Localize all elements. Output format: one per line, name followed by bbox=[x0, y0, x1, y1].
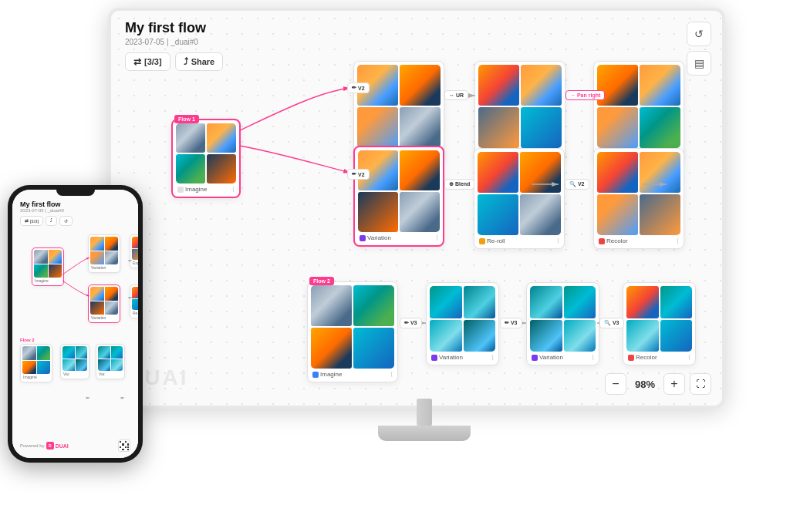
scene: My first flow 2023-07-05 | _duai#0 ⇄ [3/… bbox=[0, 0, 790, 532]
monitor-toolbar: ↺ ▤ bbox=[687, 22, 711, 76]
monitor-header: My first flow 2023-07-05 | _duai#0 ⇄ [3/… bbox=[125, 20, 223, 71]
share-icon: ⤴ bbox=[184, 56, 188, 67]
imagine-bot-node[interactable]: Imagine ⟨ bbox=[307, 281, 398, 382]
phone-source-node[interactable]: Imagine bbox=[32, 247, 64, 286]
monitor-stand-base bbox=[378, 426, 471, 441]
op-pan-right[interactable]: → Pan right bbox=[565, 90, 605, 100]
share-button[interactable]: ⤴ Share bbox=[175, 52, 224, 71]
phone-queue-btn[interactable]: ⇄ [3/3] bbox=[20, 216, 43, 226]
vary-node[interactable]: Recolor ⟨ bbox=[593, 148, 684, 249]
refresh-button[interactable]: ↺ bbox=[687, 22, 711, 46]
fullscreen-icon: ⛶ bbox=[696, 379, 705, 389]
phone-bottom-bar: Powered by D DUAI bbox=[12, 439, 138, 452]
op-v3-bot1[interactable]: ✏ V3 bbox=[400, 318, 422, 328]
phone-title: My first flow bbox=[20, 200, 73, 208]
phone-screen: My first flow 2023-07-05 | _duai#0 ⇄ [3/… bbox=[12, 190, 138, 458]
plus-icon: + bbox=[670, 377, 677, 391]
op-v3-bot2[interactable]: ✏ V3 bbox=[500, 318, 522, 328]
expand-node[interactable]: Expand ⟨ bbox=[474, 61, 565, 162]
source-node[interactable]: Imagine ⟨ bbox=[171, 119, 241, 198]
op-v2-mid[interactable]: ✏ V2 bbox=[347, 169, 370, 180]
monitor-subtitle: 2023-07-05 | _duai#0 bbox=[125, 38, 223, 46]
phone-qr-code bbox=[118, 439, 130, 452]
phone-duai-logo: D DUAI bbox=[46, 442, 69, 450]
phone-arrows bbox=[12, 190, 138, 458]
op-vary[interactable]: 🔍 V2 bbox=[565, 179, 589, 190]
monitor-content: My first flow 2023-07-05 | _duai#0 ⇄ [3/… bbox=[111, 11, 722, 406]
op-v2-top[interactable]: ✏ V2 bbox=[347, 82, 370, 93]
blend-node[interactable]: Re-roll ⟨ bbox=[474, 148, 565, 249]
var-bot1-node[interactable]: Variation ⟨ bbox=[426, 282, 499, 365]
phone-subtitle: 2023-07-05 | _duai#0 bbox=[20, 208, 73, 213]
zoom-out-button[interactable]: − bbox=[605, 373, 626, 395]
phone-notch bbox=[56, 190, 95, 196]
layout-button[interactable]: ▤ bbox=[687, 51, 711, 76]
monitor-screen: My first flow 2023-07-05 | _duai#0 ⇄ [3/… bbox=[111, 11, 722, 406]
phone-content: My first flow 2023-07-05 | _duai#0 ⇄ [3/… bbox=[12, 190, 138, 458]
phone-powered-by: Powered by D DUAI bbox=[20, 442, 69, 450]
op-v3-bot3[interactable]: 🔍 V3 bbox=[599, 318, 624, 328]
source-label: Imagine bbox=[185, 186, 207, 193]
phone-duai-text: DUAI bbox=[56, 443, 69, 449]
phone-share-btn[interactable]: ⤴ bbox=[46, 216, 57, 226]
phone-bot-source[interactable]: Imagine bbox=[20, 344, 52, 382]
phone-var-top-node[interactable]: Variation bbox=[88, 234, 120, 273]
phone-flow2-tag: Flow 2 bbox=[20, 338, 35, 342]
phone-result-mid-node[interactable]: Re-roll bbox=[130, 285, 138, 318]
phone-var-mid-node[interactable]: Variation bbox=[88, 285, 120, 323]
var-bot2-node[interactable]: Variation ⟨ bbox=[526, 282, 599, 365]
phone-buttons: ⇄ [3/3] ⤴ ↺ bbox=[20, 216, 73, 226]
flow1-tag: Flow 1 bbox=[174, 115, 199, 123]
monitor-title: My first flow bbox=[125, 20, 223, 36]
phone: My first flow 2023-07-05 | _duai#0 ⇄ [3/… bbox=[8, 185, 143, 463]
phone-bot-var2[interactable]: Var. bbox=[96, 344, 125, 379]
phone-duai-icon: D bbox=[46, 442, 54, 450]
zoom-level: 98% bbox=[631, 379, 659, 390]
monitor-outer: My first flow 2023-07-05 | _duai#0 ⇄ [3/… bbox=[108, 8, 725, 409]
pan-right-node[interactable]: Pan right ⟨ bbox=[593, 61, 684, 162]
monitor-buttons: ⇄ [3/3] ⤴ Share bbox=[125, 52, 223, 71]
recolor-bot-node[interactable]: Recolor ⟨ bbox=[623, 282, 696, 365]
monitor: My first flow 2023-07-05 | _duai#0 ⇄ [3/… bbox=[108, 8, 741, 463]
queue-icon: ⇄ bbox=[133, 56, 141, 67]
layout-icon: ▤ bbox=[694, 57, 704, 69]
phone-refresh-btn[interactable]: ↺ bbox=[59, 216, 73, 226]
phone-header: My first flow 2023-07-05 | _duai#0 ⇄ [3/… bbox=[20, 200, 73, 226]
monitor-stand bbox=[378, 399, 471, 441]
queue-button[interactable]: ⇄ [3/3] bbox=[125, 52, 170, 71]
phone-result-top-node[interactable]: Expand bbox=[130, 234, 138, 268]
op-blend[interactable]: ⊕ Blend bbox=[444, 179, 474, 190]
flow2-tag: Flow 2 bbox=[309, 277, 334, 285]
phone-outer: My first flow 2023-07-05 | _duai#0 ⇄ [3/… bbox=[8, 185, 143, 463]
phone-bot-var1[interactable]: Var. bbox=[60, 344, 89, 379]
zoom-controls: − 98% + ⛶ bbox=[605, 373, 711, 395]
op-expand[interactable]: ↔ UR bbox=[444, 90, 468, 100]
source-expand: ⟨ bbox=[232, 186, 235, 193]
zoom-in-button[interactable]: + bbox=[663, 373, 685, 395]
variation-mid-node[interactable]: Variation ⟨ bbox=[353, 146, 444, 247]
monitor-stand-neck bbox=[417, 399, 432, 426]
zoom-expand-button[interactable]: ⛶ bbox=[690, 373, 711, 395]
refresh-icon: ↺ bbox=[694, 28, 704, 40]
minus-icon: − bbox=[612, 377, 619, 391]
